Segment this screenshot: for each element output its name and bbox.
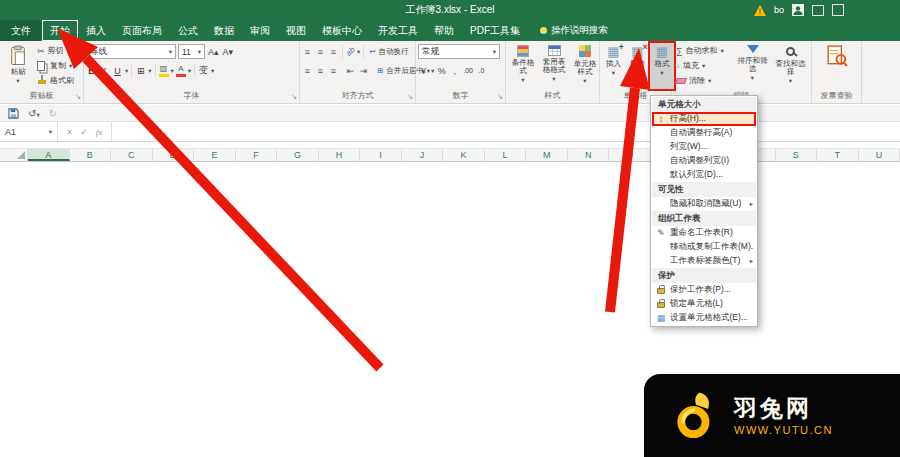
menu-item-rename-sheet[interactable]: ✎ 重命名工作表(R)	[652, 226, 756, 240]
align-top-button[interactable]: ≡	[302, 45, 313, 59]
insert-cells-button[interactable]: ▦+ 插入 ▾	[602, 43, 625, 89]
ribbon-display-options-icon[interactable]	[812, 5, 824, 16]
align-middle-button[interactable]: ≡	[315, 45, 326, 59]
insert-function-icon[interactable]: fx	[96, 127, 103, 137]
tab-page-layout[interactable]: 页面布局	[114, 20, 170, 41]
borders-button[interactable]: ⊞	[135, 64, 146, 78]
number-format-select[interactable]: 常规▾	[418, 44, 500, 59]
chevron-down-icon[interactable]: ▾	[125, 68, 128, 73]
format-as-table-button[interactable]: 套用表格格式 ▾	[539, 43, 569, 89]
menu-item-autofit-row-height[interactable]: 自动调整行高(A)	[652, 126, 756, 140]
format-painter-button[interactable]: 格式刷	[35, 73, 76, 88]
column-header[interactable]: F	[236, 149, 278, 161]
cut-button[interactable]: ✂剪切	[35, 43, 76, 58]
decrease-decimal-button[interactable]: .0	[476, 64, 487, 78]
decrease-font-size-button[interactable]: A▾	[222, 45, 235, 59]
align-center-button[interactable]: ≡	[315, 64, 326, 78]
font-size-select[interactable]: 11▾	[178, 44, 205, 59]
column-header[interactable]: O	[609, 149, 651, 161]
sort-filter-button[interactable]: 排序和筛选 ▾	[734, 43, 771, 89]
cancel-icon[interactable]: ×	[67, 127, 72, 137]
italic-button[interactable]: I	[99, 64, 110, 78]
dialog-launcher-icon[interactable]: ↘	[291, 93, 297, 100]
font-color-button[interactable]: A	[176, 65, 186, 77]
menu-item-row-height[interactable]: ↕ 行高(H)...	[652, 112, 756, 126]
chevron-down-icon[interactable]: ▾	[188, 68, 191, 73]
chevron-down-icon[interactable]: ▾	[171, 68, 174, 73]
percent-style-button[interactable]: %	[436, 64, 447, 78]
name-box[interactable]: A1▾	[0, 122, 58, 141]
fill-button[interactable]: ↓填充▾	[674, 58, 733, 73]
menu-item-tab-color[interactable]: 工作表标签颜色(T) ▸	[652, 254, 756, 268]
paste-button[interactable]: 粘贴 ▾	[2, 43, 34, 89]
tab-pdf-tools[interactable]: PDF工具集	[462, 20, 528, 41]
minimize-icon[interactable]	[832, 4, 844, 16]
find-select-button[interactable]: 查找和选择 ▾	[772, 43, 809, 89]
dialog-launcher-icon[interactable]: ↘	[497, 93, 503, 100]
chevron-down-icon[interactable]: ▾	[211, 68, 214, 73]
save-icon[interactable]	[8, 108, 19, 119]
comma-style-button[interactable]: ,	[449, 64, 460, 78]
accounting-format-button[interactable]: ¥	[418, 64, 429, 78]
column-header[interactable]: U	[859, 149, 900, 161]
delete-cells-button[interactable]: ▦× 删除 ▾	[626, 43, 649, 89]
underline-button[interactable]: U	[112, 64, 123, 78]
tab-template-center[interactable]: 模板中心	[314, 20, 370, 41]
avatar[interactable]	[792, 4, 804, 16]
tab-data[interactable]: 数据	[206, 20, 242, 41]
bold-button[interactable]: B	[86, 64, 97, 78]
autosum-button[interactable]: ∑自动求和▾	[674, 43, 733, 58]
column-header[interactable]: A	[28, 149, 70, 161]
undo-button[interactable]: ↺▾	[28, 108, 40, 119]
column-header[interactable]: E	[194, 149, 236, 161]
dialog-launcher-icon[interactable]: ↘	[75, 93, 81, 100]
chevron-down-icon[interactable]: ▾	[357, 49, 360, 54]
increase-decimal-button[interactable]: .00	[462, 64, 474, 78]
tab-help[interactable]: 帮助	[426, 20, 462, 41]
conditional-formatting-button[interactable]: 条件格式 ▾	[508, 43, 538, 89]
copy-button[interactable]: 复制▾	[35, 58, 76, 73]
font-family-select[interactable]: 等线▾	[86, 44, 176, 59]
clear-button[interactable]: 清除▾	[674, 73, 733, 88]
column-header[interactable]: B	[70, 149, 112, 161]
tab-insert[interactable]: 插入	[78, 20, 114, 41]
tell-me-search[interactable]: 操作说明搜索	[540, 20, 608, 41]
column-header[interactable]: D	[153, 149, 195, 161]
column-header[interactable]: C	[111, 149, 153, 161]
decrease-indent-button[interactable]: ⇤	[345, 64, 356, 78]
menu-item-hide-unhide[interactable]: 隐藏和取消隐藏(U) ▸	[652, 197, 756, 211]
column-header[interactable]: H	[319, 149, 361, 161]
redo-button[interactable]: ↻	[49, 108, 57, 119]
tab-view[interactable]: 视图	[278, 20, 314, 41]
column-header[interactable]: T	[817, 149, 859, 161]
tab-review[interactable]: 审阅	[242, 20, 278, 41]
column-header[interactable]: N	[568, 149, 610, 161]
enter-check-icon[interactable]: ✓	[80, 127, 88, 137]
format-cells-menu-button[interactable]: ▦ 格式 ▾	[650, 43, 674, 89]
increase-indent-button[interactable]: ⇥	[358, 64, 369, 78]
user-name[interactable]: bo	[774, 5, 784, 15]
wrap-text-button[interactable]: ↩自动换行	[367, 44, 410, 59]
warning-icon[interactable]	[754, 5, 766, 16]
align-bottom-button[interactable]: ≡	[328, 45, 339, 59]
column-header[interactable]: S	[776, 149, 818, 161]
increase-font-size-button[interactable]: A▴	[207, 45, 220, 59]
column-header[interactable]: L	[485, 149, 527, 161]
column-header[interactable]: J	[402, 149, 444, 161]
column-header[interactable]: K	[443, 149, 485, 161]
tab-home[interactable]: 开始	[42, 20, 78, 41]
formula-input[interactable]	[112, 122, 900, 141]
menu-item-default-width[interactable]: 默认列宽(D)...	[652, 168, 756, 182]
menu-item-lock-cell[interactable]: 锁定单元格(L)	[652, 297, 756, 311]
tab-file[interactable]: 文件	[0, 20, 42, 41]
menu-item-column-width[interactable]: 列宽(W)...	[652, 140, 756, 154]
tab-developer[interactable]: 开发工具	[370, 20, 426, 41]
chevron-down-icon[interactable]: ▾	[148, 68, 151, 73]
fill-color-button[interactable]: ▨	[159, 65, 169, 77]
menu-item-move-copy-sheet[interactable]: 移动或复制工作表(M)...	[652, 240, 756, 254]
tab-formulas[interactable]: 公式	[170, 20, 206, 41]
column-header[interactable]: I	[360, 149, 402, 161]
select-all-corner[interactable]	[0, 149, 28, 161]
menu-item-format-cells-dialog[interactable]: ▦ 设置单元格格式(E)...	[652, 311, 756, 325]
align-right-button[interactable]: ≡	[328, 64, 339, 78]
